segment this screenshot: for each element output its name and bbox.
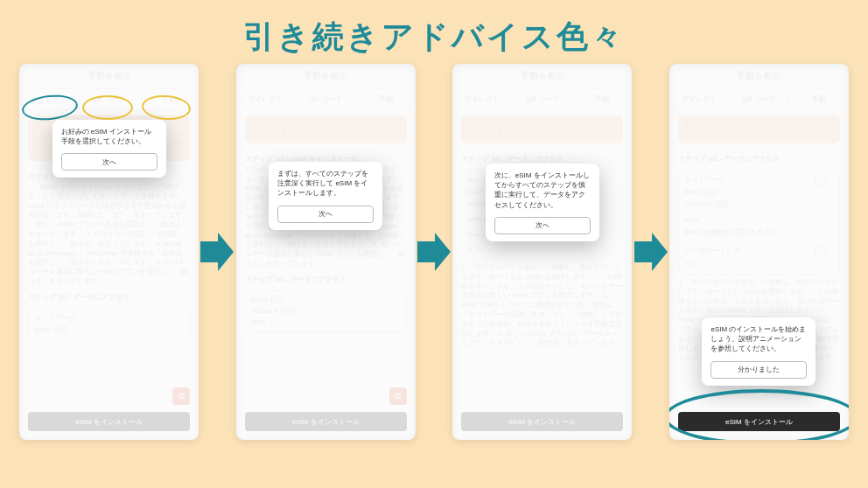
- more-icon[interactable]: …: [613, 72, 623, 81]
- apn-auto: APN は自動的に設定されます。: [684, 227, 785, 237]
- advice-popup-4: eSIM のインストールを始めましょう。説明アニメーションを参照してください。 …: [702, 317, 816, 386]
- phone-row: 手順を表示 … ダイレクト QR コード 手動 ! eSIM をインストールする…: [0, 64, 868, 440]
- carrier-softbank: Softbank: [251, 307, 279, 315]
- tab-qr[interactable]: QR コード: [296, 89, 356, 109]
- warning-banner: 警告: 「閉じる」をタップします。eSIM を端末から削除すると、再インストール…: [245, 115, 407, 143]
- apn-label: APN: [684, 216, 698, 224]
- phone-header: 手順を表示 …: [669, 64, 849, 89]
- copy-icon[interactable]: ⧉: [389, 387, 407, 405]
- lte-chip: LTE: [271, 296, 284, 303]
- tab-qr[interactable]: QR コード: [730, 89, 790, 109]
- advice-popup-3: 次に、eSIM をインストールしてからすべてのステップを慎重に実行して、データを…: [486, 164, 599, 241]
- network-label: ネットワーク: [684, 175, 726, 185]
- popup-text: 次に、eSIM をインストールしてからすべてのステップを慎重に実行して、データを…: [494, 171, 591, 210]
- apn-label: APN: [251, 318, 265, 326]
- warning-text: 警告: 「閉じる」をタップします。eSIM を端末から削除すると、再インストール…: [466, 121, 618, 138]
- popup-ok-button[interactable]: 分かりました: [710, 361, 807, 379]
- popup-text: お好みの eSIM インストール手段を選択してください。: [61, 127, 158, 146]
- lte-chip: LTE: [716, 200, 729, 207]
- network-card: i ネットワーク KDDI LTE Softbank LTE APN APN は…: [678, 169, 840, 275]
- network-label: ネットワーク: [34, 313, 76, 323]
- carrier-kddi: KDDI: [251, 296, 268, 303]
- tab-manual[interactable]: 手動: [573, 89, 633, 109]
- tab-direct[interactable]: ダイレクト: [669, 89, 730, 109]
- info-icon[interactable]: i: [815, 173, 827, 185]
- arrow-icon: [417, 229, 451, 275]
- hero-title: 引き続きアドバイス色々: [0, 0, 868, 64]
- phone-header-title: 手順を表示: [737, 70, 780, 82]
- phone-4: 手順を表示 … ダイレクト QR コード 手動 警告: 「閉じる」をタップします…: [669, 64, 849, 440]
- phone-header: 手順を表示 …: [19, 64, 199, 89]
- popup-next-button[interactable]: 次へ: [494, 217, 591, 234]
- popup-text: eSIM のインストールを始めましょう。説明アニメーションを参照してください。: [710, 324, 807, 354]
- lte-chip: LTE: [704, 189, 718, 196]
- popup-text: まずは、すべてのステップを注意深く実行して eSIM をインストールします。: [277, 169, 374, 199]
- warning-banner: 警告: 「閉じる」をタップします。eSIM を端末から削除すると、再インストール…: [461, 115, 623, 143]
- install-button[interactable]: eSIM をインストール: [28, 412, 190, 431]
- warning-banner: 警告: 「閉じる」をタップします。eSIM を端末から削除すると、再インストール…: [678, 115, 840, 143]
- step2-body: 1.「モバイルデータ通信」に移動し、最近デバイスにダウンロードした eSIM を…: [452, 263, 632, 348]
- roaming-value: オン: [684, 259, 698, 268]
- advice-popup-1: お好みの eSIM インストール手段を選択してください。 次へ: [52, 120, 166, 178]
- tab-direct[interactable]: ダイレクト: [452, 89, 513, 109]
- phone-header-title: 手順を表示: [304, 70, 347, 82]
- network-card: KDDI LTE Softbank LTE APN: [245, 289, 407, 332]
- install-tabs: ダイレクト QR コード 手動: [19, 89, 199, 110]
- more-icon[interactable]: …: [180, 72, 190, 81]
- info-icon[interactable]: i: [815, 245, 827, 257]
- phone-header: 手順を表示 …: [452, 64, 632, 89]
- phone-3: 手順を表示 … ダイレクト QR コード 手動 警告: 「閉じる」をタップします…: [452, 64, 632, 440]
- install-button[interactable]: eSIM をインストール: [461, 412, 623, 431]
- tab-manual[interactable]: 手動: [356, 89, 416, 109]
- phone-header-title: 手順を表示: [88, 70, 131, 82]
- install-button[interactable]: eSIM をインストール: [245, 412, 407, 431]
- step1-body: 1.「eSIM をインストール」をタップし、「続ける」を 3 回タップしてセット…: [19, 183, 199, 287]
- arrow-icon: [200, 229, 234, 275]
- phone-2: 手順を表示 … ダイレクト QR コード 手動 警告: 「閉じる」をタップします…: [236, 64, 416, 440]
- step2-heading: ステップ 2/2 - データにアクセス: [669, 149, 849, 165]
- warning-text: 警告: 「閉じる」をタップします。eSIM を端末から削除すると、再インストール…: [683, 121, 835, 138]
- tab-direct[interactable]: ダイレクト: [236, 89, 297, 109]
- phone-1: 手順を表示 … ダイレクト QR コード 手動 ! eSIM をインストールする…: [19, 64, 199, 440]
- install-button[interactable]: eSIM をインストール: [678, 412, 840, 431]
- install-tabs: ダイレクト QR コード 手動: [669, 89, 849, 110]
- popup-next-button[interactable]: 次へ: [61, 153, 158, 171]
- copy-icon[interactable]: ⧉: [172, 387, 190, 405]
- more-icon[interactable]: …: [830, 72, 840, 81]
- popup-next-button[interactable]: 次へ: [277, 206, 374, 223]
- carrier-kddi: KDDI: [34, 326, 51, 334]
- arrow-icon: [634, 229, 668, 275]
- tab-qr[interactable]: QR コード: [80, 89, 140, 109]
- warning-icon: !: [33, 121, 51, 138]
- roaming-label: データローミング: [684, 246, 740, 255]
- tab-direct[interactable]: ダイレクト: [19, 89, 80, 109]
- carrier-softbank: Softbank: [684, 199, 712, 207]
- more-icon[interactable]: …: [397, 72, 407, 81]
- carrier-kddi: KDDI: [684, 188, 701, 196]
- roaming-value: オン: [467, 244, 481, 254]
- install-tabs: ダイレクト QR コード 手動: [236, 89, 416, 110]
- install-tabs: ダイレクト QR コード 手動: [452, 89, 632, 110]
- tab-manual[interactable]: 手動: [139, 89, 199, 109]
- warning-text: 警告: 「閉じる」をタップします。eSIM を端末から削除すると、再インストール…: [250, 121, 402, 138]
- lte-chip: LTE: [54, 326, 67, 333]
- phone-header: 手順を表示 …: [236, 64, 416, 89]
- advice-popup-2: まずは、すべてのステップを注意深く実行して eSIM をインストールします。 次…: [269, 162, 382, 230]
- carrier-kddi: KDDI: [467, 188, 484, 196]
- tab-manual[interactable]: 手動: [789, 89, 849, 109]
- step2-heading: ステップ 2/2 - データにアクセス: [19, 287, 199, 303]
- step2-heading: ステップ 2/2 - データにアクセス: [236, 269, 416, 286]
- phone-header-title: 手順を表示: [521, 70, 564, 82]
- tab-qr[interactable]: QR コード: [513, 89, 573, 109]
- lte-chip: LTE: [282, 307, 295, 314]
- network-card: ネットワーク KDDI LTE: [28, 307, 190, 340]
